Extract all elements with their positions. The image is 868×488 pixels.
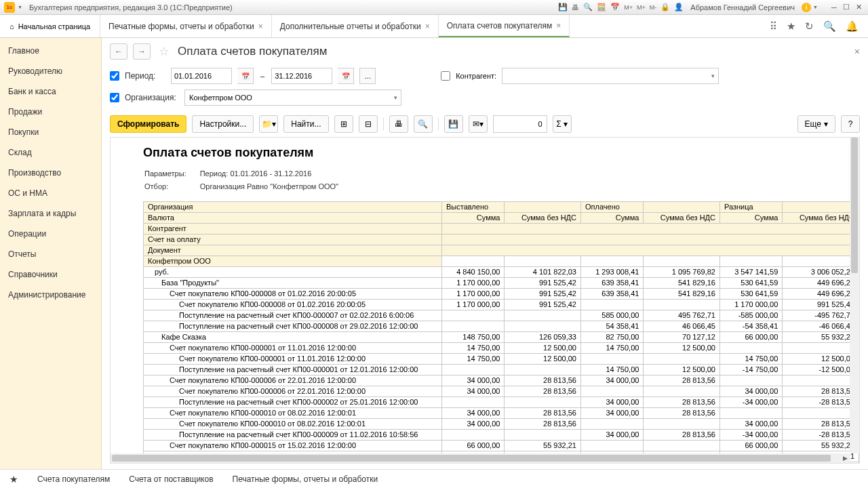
- tab-additional-reports[interactable]: Дополнительные отчеты и обработки ×: [272, 15, 439, 37]
- close-icon[interactable]: ×: [258, 22, 263, 31]
- table-row[interactable]: Поступление на расчетный счет КП00-00000…: [144, 321, 859, 332]
- favorites-icon[interactable]: ★: [787, 20, 795, 33]
- settings-button[interactable]: Настройки...: [192, 115, 254, 133]
- history-icon[interactable]: ↻: [805, 20, 814, 33]
- organization-checkbox[interactable]: [110, 93, 119, 102]
- close-page-button[interactable]: ×: [854, 46, 860, 57]
- contractor-checkbox[interactable]: [441, 71, 450, 81]
- table-row[interactable]: Поступление на расчетный счет КП00-00000…: [144, 430, 859, 441]
- notifications-icon[interactable]: 🔔: [846, 20, 859, 33]
- mminus-icon[interactable]: M+: [637, 4, 646, 11]
- sidebar-item-reports[interactable]: Отчеты: [0, 244, 101, 264]
- sidebar-item-admin[interactable]: Администрирование: [0, 285, 101, 305]
- report-area[interactable]: Оплата счетов покупателям Параметры:Пери…: [110, 137, 860, 464]
- footer-link[interactable]: Счета покупателям: [37, 474, 110, 484]
- save-report-icon[interactable]: 💾: [444, 115, 463, 133]
- print-icon[interactable]: 🖶: [572, 3, 579, 12]
- tab-print-forms[interactable]: Печатные формы, отчеты и обработки ×: [100, 15, 272, 37]
- more-button[interactable]: Еще ▾: [797, 115, 835, 133]
- minimize-button[interactable]: ─: [829, 3, 840, 12]
- period-more-button[interactable]: …: [359, 68, 376, 84]
- sidebar-item-operations[interactable]: Операции: [0, 224, 101, 244]
- user-icon[interactable]: 👤: [674, 3, 684, 12]
- mminus-icon[interactable]: M-: [650, 4, 657, 11]
- tab-payment-accounts[interactable]: Оплата счетов покупателям ×: [439, 15, 570, 37]
- save-settings-button[interactable]: 📁▾: [259, 115, 278, 133]
- table-row[interactable]: руб.4 840 150,004 101 822,031 293 008,41…: [144, 267, 859, 278]
- calendar-icon[interactable]: 📅: [338, 68, 354, 84]
- email-icon[interactable]: ✉▾: [469, 115, 488, 133]
- sidebar-item-salary[interactable]: Зарплата и кадры: [0, 203, 101, 224]
- preview-icon[interactable]: 🔍: [583, 3, 593, 12]
- generate-button[interactable]: Сформировать: [110, 115, 186, 133]
- apps-icon[interactable]: ⠿: [770, 20, 777, 33]
- table-row[interactable]: Счет покупателю КП00-000015 от 15.02.201…: [144, 441, 859, 451]
- sidebar-item-manager[interactable]: Руководителю: [0, 61, 101, 81]
- period-checkbox[interactable]: [110, 71, 119, 81]
- maximize-button[interactable]: ☐: [841, 3, 852, 12]
- table-row[interactable]: Счет покупателю КП00-000001 от 11.01.201…: [144, 354, 859, 365]
- organization-label: Организация:: [125, 93, 179, 102]
- help-button[interactable]: ?: [841, 115, 860, 133]
- calendar-icon[interactable]: 📅: [237, 68, 254, 84]
- table-row[interactable]: Кафе Сказка148 750,00126 059,3382 750,00…: [144, 332, 859, 343]
- table-row[interactable]: Счет покупателю КП00-000010 от 08.02.201…: [144, 408, 859, 419]
- info-icon[interactable]: i: [802, 3, 811, 12]
- footer-link[interactable]: Печатные формы, отчеты и обработки: [233, 474, 378, 484]
- search-icon[interactable]: 🔍: [823, 20, 836, 33]
- find-button[interactable]: Найти...: [283, 115, 328, 133]
- sidebar-item-main[interactable]: Главное: [0, 41, 101, 61]
- calc-icon[interactable]: 🧮: [597, 3, 606, 12]
- close-window-button[interactable]: ✕: [853, 3, 864, 12]
- app-menu-dropdown[interactable]: ▼: [18, 5, 22, 9]
- footer-link[interactable]: Счета от поставщиков: [129, 474, 213, 484]
- current-user[interactable]: Абрамов Геннадий Сергеевич: [690, 3, 795, 12]
- content-area: ← → ☆ Оплата счетов покупателям × Период…: [102, 38, 868, 469]
- date-to-input[interactable]: [271, 68, 332, 84]
- table-row[interactable]: Поступление на расчетный счет КП00-00000…: [144, 397, 859, 408]
- expand-icon[interactable]: ⊞: [334, 115, 353, 133]
- favorite-star-icon[interactable]: ☆: [159, 44, 170, 59]
- table-row[interactable]: Счет покупателю КП00-000006 от 22.01.201…: [144, 386, 859, 397]
- home-icon: ⌂: [9, 22, 14, 30]
- save-icon[interactable]: 💾: [558, 3, 568, 12]
- info-dropdown[interactable]: ▼: [813, 5, 818, 9]
- home-tab[interactable]: ⌂ Начальная страница: [0, 15, 100, 37]
- print-icon[interactable]: 🖶: [389, 115, 408, 133]
- sidebar-item-purchases[interactable]: Покупки: [0, 122, 101, 142]
- table-row[interactable]: Конфетпром ООО: [144, 256, 859, 267]
- table-row[interactable]: Счет покупателю КП00-000010 от 08.02.201…: [144, 419, 859, 430]
- calendar-icon[interactable]: 📅: [610, 3, 620, 12]
- sidebar-item-production[interactable]: Производство: [0, 163, 101, 183]
- sidebar-item-warehouse[interactable]: Склад: [0, 142, 101, 163]
- sum-input[interactable]: [493, 115, 547, 133]
- table-row[interactable]: Поступление на расчетный счет КП00-00000…: [144, 310, 859, 321]
- horizontal-scrollbar[interactable]: ▶: [111, 453, 850, 463]
- window-title: Бухгалтерия предприятия, редакция 3.0 (1…: [29, 3, 558, 12]
- sidebar-item-bank[interactable]: Банк и касса: [0, 81, 101, 102]
- sidebar-item-assets[interactable]: ОС и НМА: [0, 183, 101, 203]
- table-row[interactable]: Счет покупателю КП00-000001 от 11.01.201…: [144, 343, 859, 354]
- titlebar-tools: 💾 🖶 🔍 🧮 📅 M+ M+ M- 🔒 👤: [558, 3, 684, 12]
- footer-star-icon[interactable]: ★: [9, 474, 18, 485]
- sidebar-item-sales[interactable]: Продажи: [0, 102, 101, 122]
- lock-icon[interactable]: 🔒: [660, 3, 670, 12]
- table-row[interactable]: Счет покупателю КП00-000008 от 01.02.201…: [144, 300, 859, 310]
- nav-back-button[interactable]: ←: [110, 43, 127, 60]
- nav-forward-button[interactable]: →: [133, 43, 151, 60]
- vertical-scrollbar[interactable]: [850, 138, 859, 453]
- close-icon[interactable]: ×: [556, 21, 561, 30]
- organization-combo[interactable]: Конфетпром ООО: [184, 89, 401, 106]
- table-row[interactable]: Счет покупателю КП00-000006 от 22.01.201…: [144, 375, 859, 386]
- table-row[interactable]: Счет покупателю КП00-000008 от 01.02.201…: [144, 289, 859, 300]
- collapse-icon[interactable]: ⊟: [359, 115, 378, 133]
- date-from-input[interactable]: [171, 68, 232, 84]
- mplus-icon[interactable]: M+: [624, 4, 633, 11]
- print-preview-icon[interactable]: 🔍: [414, 115, 433, 133]
- table-row[interactable]: Поступление на расчетный счет КП00-00000…: [144, 365, 859, 375]
- contractor-combo[interactable]: [502, 68, 719, 84]
- table-row[interactable]: База "Продукты"1 170 000,00991 525,42639…: [144, 278, 859, 289]
- sigma-icon[interactable]: Σ ▾: [553, 115, 572, 133]
- sidebar-item-catalogs[interactable]: Справочники: [0, 264, 101, 285]
- close-icon[interactable]: ×: [425, 22, 430, 31]
